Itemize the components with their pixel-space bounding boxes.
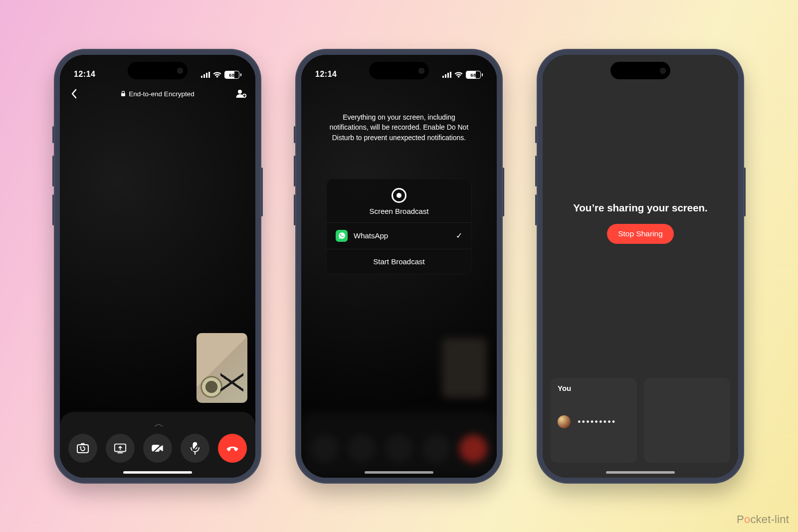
end-call-icon: [226, 442, 239, 455]
svg-rect-7: [77, 445, 88, 453]
phone-frame-1: 12:14 68 End-to-end En: [54, 49, 261, 484]
drag-handle-icon[interactable]: ︿: [154, 417, 161, 430]
start-broadcast-button[interactable]: Start Broadcast: [327, 249, 471, 274]
screen-share-icon: [114, 442, 127, 455]
stop-sharing-button[interactable]: Stop Sharing: [607, 224, 674, 244]
svg-rect-4: [121, 93, 125, 96]
participant-strip: You •••••••••: [543, 378, 738, 463]
camera-off-icon: [151, 442, 164, 455]
cellular-icon: [201, 72, 210, 78]
end-call-button[interactable]: [218, 434, 247, 463]
mic-off-icon: [189, 442, 201, 455]
record-icon: [392, 188, 406, 203]
watermark: Pocket-lint: [737, 513, 789, 526]
self-view-thumbnail[interactable]: [197, 333, 247, 403]
whatsapp-icon: [336, 230, 348, 242]
camera-off-button[interactable]: [143, 434, 172, 463]
svg-rect-2: [206, 73, 207, 78]
broadcast-app-name: WhatsApp: [354, 231, 450, 240]
svg-point-5: [238, 90, 242, 94]
add-participant-button[interactable]: [235, 89, 247, 98]
participant-name-redacted: •••••••••: [578, 417, 616, 426]
phone-frame-2: 12:14 68 Everything on your screen, incl…: [295, 49, 503, 484]
sharing-headline: You’re sharing your screen.: [543, 202, 738, 214]
flip-camera-button[interactable]: [68, 434, 97, 463]
wifi-icon: [213, 72, 221, 78]
share-screen-button[interactable]: [106, 434, 135, 463]
lock-icon: [121, 91, 126, 97]
broadcast-app-row[interactable]: WhatsApp ✓: [327, 222, 471, 249]
call-screen: 12:14 68 End-to-end En: [60, 55, 255, 478]
sharing-active-screen: You’re sharing your screen. Stop Sharing…: [543, 55, 738, 478]
broadcast-sheet: Screen Broadcast WhatsApp ✓ Start Broadc…: [326, 178, 472, 274]
home-indicator[interactable]: [365, 471, 433, 474]
participant-card-other[interactable]: [644, 378, 730, 463]
flip-camera-icon: [76, 442, 89, 455]
avatar: [558, 415, 571, 428]
svg-rect-1: [203, 74, 205, 78]
checkmark-icon: ✓: [456, 231, 462, 240]
phone-frame-3: You’re sharing your screen. Stop Sharing…: [537, 49, 744, 484]
call-header: End-to-end Encrypted: [80, 90, 235, 98]
dynamic-island: [369, 62, 429, 79]
broadcast-warning-text: Everything on your screen, including not…: [324, 112, 474, 143]
svg-rect-0: [201, 76, 202, 78]
status-time: 12:14: [74, 70, 95, 79]
battery-indicator: 68: [224, 71, 241, 79]
participant-card-you[interactable]: You •••••••••: [551, 378, 637, 463]
mute-button[interactable]: [181, 434, 209, 463]
home-indicator[interactable]: [123, 471, 192, 474]
add-user-icon: [236, 89, 247, 98]
call-controls-dock[interactable]: ︿: [60, 412, 255, 478]
dynamic-island: [128, 62, 188, 79]
broadcast-overlay: Everything on your screen, including not…: [301, 55, 497, 478]
participant-label: You: [558, 384, 630, 392]
chevron-left-icon: [71, 89, 77, 99]
broadcast-prompt-screen: 12:14 68 Everything on your screen, incl…: [301, 55, 497, 478]
svg-rect-3: [208, 72, 210, 78]
encryption-label: End-to-end Encrypted: [129, 90, 194, 98]
broadcast-sheet-title: Screen Broadcast: [327, 207, 471, 215]
promo-canvas: 12:14 68 End-to-end En: [0, 0, 798, 532]
back-button[interactable]: [68, 89, 80, 99]
dynamic-island: [610, 62, 670, 79]
home-indicator[interactable]: [606, 471, 675, 474]
